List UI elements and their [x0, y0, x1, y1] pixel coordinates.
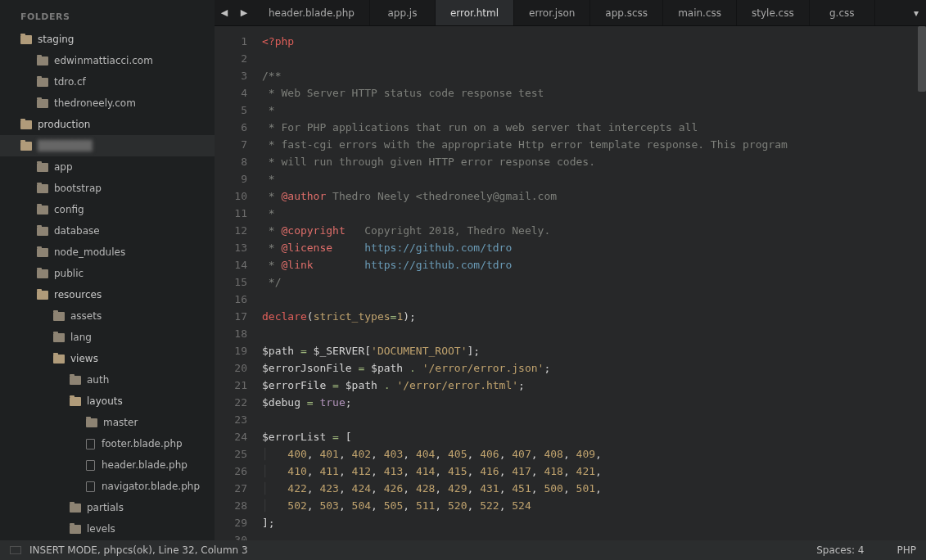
- file-icon: [86, 481, 95, 492]
- line-number: 18: [215, 325, 247, 342]
- tab[interactable]: main.css: [663, 0, 737, 25]
- tree-item-label: node_modules: [54, 246, 125, 258]
- folder-item[interactable]: edwinmattiacci.com: [0, 50, 215, 71]
- editor[interactable]: 1234567891011121314151617181920212223242…: [215, 26, 926, 540]
- folder-item[interactable]: bootstrap: [0, 178, 215, 199]
- tab[interactable]: app.js: [370, 0, 436, 25]
- tree-item-label: thedroneely.com: [54, 97, 136, 109]
- tree-item-label: production: [38, 119, 90, 130]
- line-number: 29: [215, 514, 247, 531]
- code-line[interactable]: declare(strict_types=1);: [262, 308, 926, 325]
- code-line[interactable]: │ 502, 503, 504, 505, 511, 520, 522, 524: [262, 497, 926, 514]
- folder-item[interactable]: lang: [0, 327, 215, 348]
- folder-item[interactable]: production: [0, 114, 215, 135]
- tree-item-label: levels: [87, 523, 115, 535]
- tab-overflow-icon[interactable]: ▾: [906, 0, 926, 25]
- code-line[interactable]: *: [262, 170, 926, 187]
- code-line[interactable]: │ 410, 411, 412, 413, 414, 415, 416, 417…: [262, 463, 926, 480]
- folder-icon: [20, 35, 32, 44]
- folder-item[interactable]: auth: [0, 369, 215, 391]
- code-line[interactable]: [262, 325, 926, 342]
- line-number: 4: [215, 84, 247, 102]
- line-number: 7: [215, 136, 247, 153]
- code-line[interactable]: * @link https://github.com/tdro: [262, 256, 926, 273]
- folder-item[interactable]: views: [0, 348, 215, 369]
- sidebar: FOLDERS stagingedwinmattiacci.comtdro.cf…: [0, 0, 215, 540]
- tab[interactable]: g.css: [810, 0, 875, 25]
- folder-item[interactable]: tdro.cf: [0, 71, 215, 93]
- tab-nav-prev[interactable]: ◀: [215, 0, 234, 25]
- code-line[interactable]: $debug = true;: [262, 394, 926, 411]
- folder-item[interactable]: public: [0, 263, 215, 284]
- code-area[interactable]: <?php/** * Web Server HTTP status code r…: [255, 26, 926, 540]
- folder-item[interactable]: assets: [0, 305, 215, 327]
- folder-item[interactable]: config: [0, 199, 215, 220]
- code-line[interactable]: * will run through given HTTP error resp…: [262, 153, 926, 170]
- status-lang[interactable]: PHP: [897, 544, 917, 556]
- code-line[interactable]: *: [262, 205, 926, 222]
- line-number: 5: [215, 102, 247, 119]
- tree-item-label: assets: [70, 310, 102, 322]
- scrollbar-thumb[interactable]: [918, 26, 926, 92]
- folder-item[interactable]: master: [0, 412, 215, 433]
- folder-item[interactable]: resources: [0, 284, 215, 305]
- code-line[interactable]: [262, 291, 926, 308]
- code-line[interactable]: *: [262, 102, 926, 119]
- code-line[interactable]: ];: [262, 514, 926, 531]
- folder-item[interactable]: ████████: [0, 135, 215, 156]
- folder-icon: [37, 163, 48, 172]
- folder-item[interactable]: database: [0, 220, 215, 242]
- folder-item[interactable]: layouts: [0, 391, 215, 412]
- tab[interactable]: error.html: [436, 0, 514, 25]
- file-item[interactable]: footer.blade.php: [0, 433, 215, 454]
- folder-icon: [37, 78, 48, 87]
- folder-item[interactable]: node_modules: [0, 242, 215, 263]
- code-line[interactable]: [262, 411, 926, 428]
- tree-item-label: public: [54, 268, 84, 279]
- tree-item-label: partials: [87, 502, 124, 513]
- code-line[interactable]: * Web Server HTTP status code response t…: [262, 84, 926, 102]
- code-line[interactable]: /**: [262, 67, 926, 84]
- code-line[interactable]: $errorList = [: [262, 428, 926, 445]
- file-item[interactable]: header.blade.php: [0, 454, 215, 476]
- folder-item[interactable]: partials: [0, 497, 215, 518]
- file-item[interactable]: navigator.blade.php: [0, 476, 215, 497]
- folder-item[interactable]: staging: [0, 29, 215, 50]
- code-line[interactable]: <?php: [262, 33, 926, 50]
- line-number: 10: [215, 187, 247, 205]
- code-line[interactable]: */: [262, 273, 926, 291]
- line-number: 21: [215, 377, 247, 394]
- folder-item[interactable]: app: [0, 156, 215, 178]
- code-line[interactable]: * @license https://github.com/tdro: [262, 239, 926, 256]
- code-line[interactable]: $path = $_SERVER['DOCUMENT_ROOT'];: [262, 342, 926, 359]
- tree-item-label: bootstrap: [54, 183, 102, 194]
- tabs-container: header.blade.phpapp.jserror.htmlerror.js…: [254, 0, 906, 25]
- tree-item-label: navigator.blade.php: [102, 481, 200, 492]
- folder-icon: [86, 418, 97, 427]
- code-line[interactable]: * @author Thedro Neely <thedroneely@gmai…: [262, 187, 926, 205]
- tab[interactable]: header.blade.php: [254, 0, 370, 25]
- code-line[interactable]: │ 400, 401, 402, 403, 404, 405, 406, 407…: [262, 445, 926, 463]
- code-line[interactable]: * fast-cgi errors with the appropriate H…: [262, 136, 926, 153]
- folder-item[interactable]: levels: [0, 518, 215, 540]
- code-line[interactable]: * @copyright Copyright 2018, Thedro Neel…: [262, 222, 926, 239]
- line-number: 27: [215, 480, 247, 497]
- code-line[interactable]: [262, 50, 926, 67]
- line-number: 11: [215, 205, 247, 222]
- code-line[interactable]: $errorJsonFile = $path . '/error/error.j…: [262, 359, 926, 377]
- tree-item-label: footer.blade.php: [102, 438, 183, 449]
- tab-bar: ◀ ▶ header.blade.phpapp.jserror.htmlerro…: [215, 0, 926, 26]
- code-line[interactable]: │ 422, 423, 424, 426, 428, 429, 431, 451…: [262, 480, 926, 497]
- tab-nav-next[interactable]: ▶: [234, 0, 254, 25]
- tab[interactable]: style.css: [737, 0, 810, 25]
- file-icon: [86, 439, 95, 449]
- code-line[interactable]: * For PHP applications that run on a web…: [262, 119, 926, 136]
- tab[interactable]: app.scss: [590, 0, 663, 25]
- tree-item-label: master: [103, 417, 138, 428]
- code-line[interactable]: $errorFile = $path . '/error/error.html'…: [262, 377, 926, 394]
- status-spaces[interactable]: Spaces: 4: [816, 544, 864, 556]
- folder-item[interactable]: thedroneely.com: [0, 93, 215, 114]
- status-icon: [10, 546, 21, 554]
- folder-icon: [37, 184, 48, 193]
- tab[interactable]: error.json: [514, 0, 590, 25]
